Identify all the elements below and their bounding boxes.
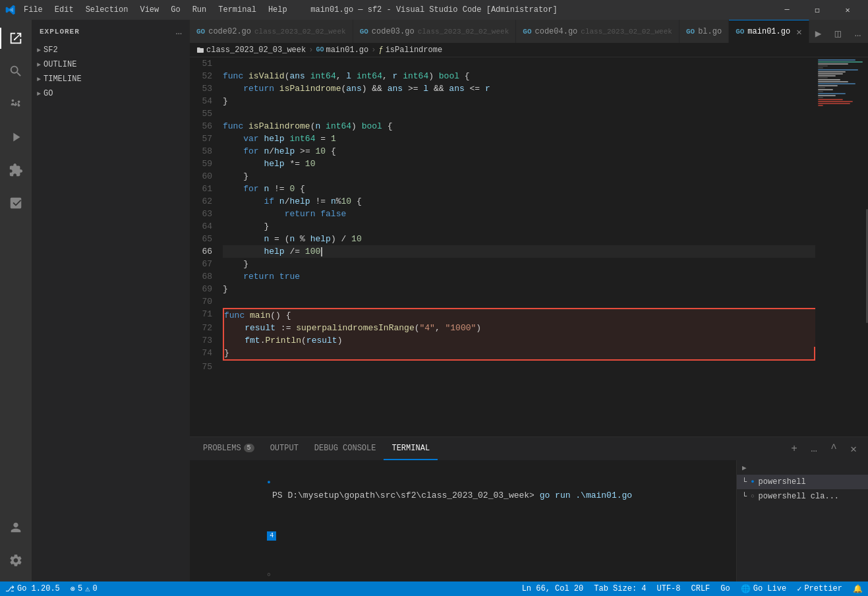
extensions-icon[interactable] (0, 154, 32, 186)
search-icon[interactable] (0, 55, 32, 87)
tab-problems[interactable]: PROBLEMS 5 (195, 437, 262, 460)
line-content[interactable] (223, 361, 815, 373)
breadcrumb-folder[interactable]: class_2023_02_03_week (196, 45, 306, 55)
line-number: 74 (190, 347, 223, 361)
line-content[interactable] (223, 57, 815, 70)
code-editor[interactable]: 51 52 func isValid(ans int64, l int64, r… (190, 57, 815, 436)
code-line-51: 51 (190, 57, 815, 70)
close-button[interactable]: ✕ (832, 0, 863, 20)
terminal-powershell-cla[interactable]: └ ○ powershell cla... (737, 489, 868, 504)
status-language[interactable]: Go (715, 581, 735, 596)
line-content[interactable]: var help int64 = 1 (223, 133, 815, 145)
tab-terminal[interactable]: TERMINAL (384, 437, 438, 460)
menu-go[interactable]: Go (165, 4, 185, 16)
run-debug-icon[interactable] (0, 121, 32, 153)
line-content[interactable]: func main() { (223, 308, 815, 322)
tab-main01[interactable]: GO main01.go ✕ (729, 20, 809, 43)
status-prettier[interactable]: ✓ Prettier (792, 581, 848, 596)
restore-button[interactable]: ◻ (802, 0, 832, 20)
breadcrumb-symbol[interactable]: ƒ isPalindrome (378, 45, 442, 55)
line-content[interactable]: func isValid(ans int64, l int64, r int64… (223, 70, 815, 82)
breadcrumb-file[interactable]: GO main01.go (316, 45, 368, 55)
line-number: 69 (190, 283, 223, 295)
run-button[interactable]: ▶ (809, 24, 828, 43)
menu-file[interactable]: File (18, 4, 48, 16)
line-content[interactable] (223, 295, 815, 308)
line-content[interactable]: } (223, 95, 815, 107)
settings-icon[interactable] (0, 545, 32, 576)
go-file-icon: GO (686, 28, 695, 36)
menu-selection[interactable]: Selection (80, 4, 134, 16)
line-content[interactable]: } (223, 347, 815, 361)
panel-more-button[interactable]: … (805, 440, 823, 458)
line-content[interactable]: fmt.Println(result) (223, 334, 815, 347)
status-go-live[interactable]: 🌐 Go Live (736, 581, 792, 596)
window-title: main01.go — sf2 - Visual Studio Code [Ad… (310, 5, 557, 15)
sidebar-item-go[interactable]: ► GO (32, 86, 190, 101)
terminal-content[interactable]: ● PS D:\mysetup\gopath\src\sf2\class_202… (190, 460, 736, 581)
line-content[interactable]: return isPalindrome(ans) && ans >= l && … (223, 82, 815, 95)
minimap-line (818, 71, 846, 73)
menu-terminal[interactable]: Terminal (213, 4, 262, 16)
menu-run[interactable]: Run (187, 4, 212, 16)
test-icon[interactable] (0, 187, 32, 219)
tab-debug-console[interactable]: DEBUG CONSOLE (306, 437, 384, 460)
tab-output[interactable]: OUTPUT (262, 437, 306, 460)
panel-move-up-button[interactable]: ^ (825, 440, 843, 458)
tab-blgo[interactable]: GO bl.go (680, 20, 729, 43)
status-notifications[interactable]: 🔔 (848, 581, 868, 596)
status-encoding[interactable]: UTF-8 (652, 581, 686, 596)
line-content[interactable]: help *= 10 (223, 158, 815, 170)
line-content[interactable]: if n/help != n%10 { (223, 195, 815, 208)
line-content[interactable]: } (223, 220, 815, 233)
code-lines: 51 52 func isValid(ans int64, l int64, r… (190, 57, 815, 373)
status-tab-size[interactable]: Tab Size: 4 (589, 581, 651, 596)
status-go-version[interactable]: ⎇ Go 1.20.5 (0, 581, 65, 596)
code-line-72: 72 result := superpalindromesInRange("4"… (190, 322, 815, 334)
minimap-line (818, 77, 828, 78)
line-number: 71 (190, 308, 223, 322)
sidebar-item-sf2[interactable]: ► SF2 (32, 43, 190, 57)
line-content[interactable]: } (223, 283, 815, 295)
menu-edit[interactable]: Edit (49, 4, 79, 16)
warning-count: 0 (92, 584, 97, 593)
line-number: 72 (190, 322, 223, 334)
split-editor-button[interactable]: ◫ (829, 24, 848, 43)
minimize-button[interactable]: — (772, 0, 802, 20)
sidebar-item-outline[interactable]: ► OUTLINE (32, 57, 190, 72)
line-content[interactable]: } (223, 170, 815, 183)
status-errors[interactable]: ⊗ 5 ⚠ 0 (65, 581, 103, 596)
sidebar-item-timeline[interactable]: ► TIMELINE (32, 72, 190, 86)
line-content[interactable]: result := superpalindromesInRange("4", "… (223, 322, 815, 334)
explorer-icon[interactable] (0, 22, 32, 54)
source-control-icon[interactable] (0, 88, 32, 120)
status-cursor[interactable]: Ln 66, Col 20 (517, 581, 589, 596)
tab-close-button[interactable]: ✕ (796, 26, 801, 38)
line-number: 67 (190, 258, 223, 270)
menu-help[interactable]: Help (263, 4, 293, 16)
status-eol[interactable]: CRLF (686, 581, 716, 596)
account-icon[interactable] (0, 512, 32, 543)
tab-code02[interactable]: GO code02.go class_2023_02_02_week (190, 20, 353, 43)
line-content[interactable]: n = (n % help) / 10 (223, 233, 815, 245)
error-icon: ⊗ (71, 584, 75, 594)
line-content[interactable] (223, 107, 815, 120)
line-content[interactable]: return false (223, 208, 815, 220)
line-content[interactable]: return true (223, 270, 815, 283)
terminal-sidebar: ▶ └ ● powershell └ ○ powershell cla... (736, 460, 868, 581)
sidebar-menu-button[interactable]: … (175, 26, 182, 38)
panel-close-button[interactable]: ✕ (844, 440, 863, 458)
line-content[interactable]: func isPalindrome(n int64) bool { (223, 120, 815, 133)
menu-view[interactable]: View (134, 4, 164, 16)
line-content[interactable]: help /= 100 (223, 245, 815, 258)
sidebar-outline-label: OUTLINE (43, 60, 76, 69)
tab-code04[interactable]: GO code04.go class_2023_02_02_week (516, 20, 680, 43)
line-content[interactable]: for n/help >= 10 { (223, 145, 815, 158)
line-content[interactable]: } (223, 258, 815, 270)
more-actions-button[interactable]: … (849, 24, 867, 43)
new-terminal-button[interactable]: + (785, 440, 803, 458)
minimap-line (818, 69, 858, 71)
tab-code03[interactable]: GO code03.go class_2023_02_02_week (353, 20, 517, 43)
line-content[interactable]: for n != 0 { (223, 183, 815, 195)
terminal-powershell[interactable]: └ ● powershell (737, 475, 868, 489)
